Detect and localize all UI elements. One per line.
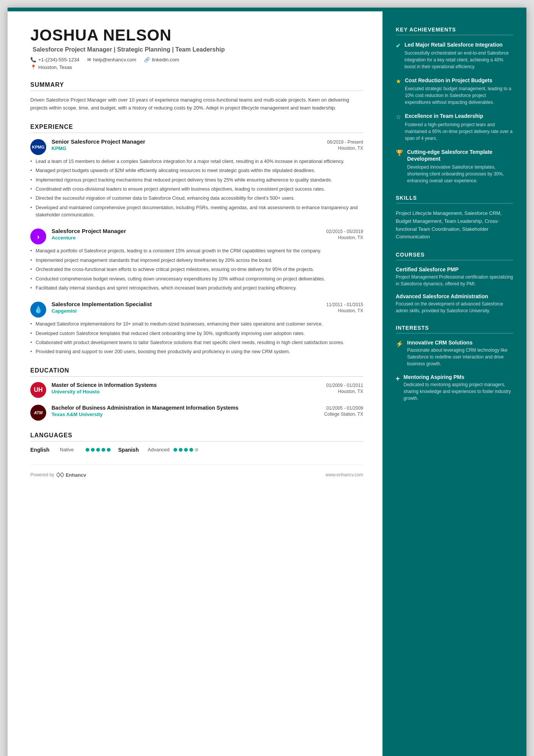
company-capgemini: Capgemini [52, 308, 77, 314]
course-desc-2: Focused on the development of advanced S… [396, 301, 513, 314]
bullets-accenture: Managed a portfolio of Salesforce projec… [30, 247, 363, 292]
tamu-logo: ATM [30, 405, 46, 421]
achievement-desc-3: Fostered a high-performing project team … [405, 121, 513, 142]
enhancv-logo: Enhancv [56, 472, 86, 478]
dot-en-1 [86, 448, 89, 452]
exp-title-row-kpmg: Senior Salesforce Project Manager 06/201… [52, 138, 363, 145]
course-title-1: Certified Salesforce PMP [396, 266, 513, 272]
edu-meta-tamu: Bachelor of Business Administration in M… [52, 405, 363, 417]
achievement-content-3: Excellence in Team Leadership Fostered a… [405, 113, 513, 141]
bullet-kpmg-6: Developed and maintained comprehensive p… [30, 204, 363, 219]
edu-location-uh: Houston, TX [338, 389, 363, 394]
company-kpmg: KPMG [52, 146, 66, 151]
achievement-title-2: Cost Reduction in Project Budgets [405, 77, 513, 84]
title-text: Salesforce Project Manager | Strategic P… [33, 46, 225, 53]
edu-title-row-uh: Master of Science in Information Systems… [52, 382, 363, 388]
exp-meta-kpmg: Senior Salesforce Project Manager 06/201… [52, 138, 363, 151]
linkedin-item[interactable]: 🔗 linkedin.com [144, 57, 179, 63]
lang-name-spanish: Spanish [118, 447, 145, 453]
location-accenture: Houston, TX [338, 235, 363, 241]
interest-icon-1: ⚡ [396, 340, 403, 367]
exp-item-capgemini: 💧 Salesforce Implementation Specialist 1… [30, 301, 363, 356]
summary-section: SUMMARY Driven Salesforce Project Manage… [30, 81, 363, 112]
candidate-title: Salesforce Project Manager | Strategic P… [30, 46, 363, 53]
achievement-icon-4: 🏆 [396, 149, 403, 184]
link-icon: 🔗 [144, 57, 150, 63]
degree-uh: Master of Science in Information Systems [52, 382, 323, 388]
school-tamu: Texas A&M University [52, 412, 103, 417]
course-title-2: Advanced Salesforce Administration [396, 293, 513, 299]
lang-level-english: Native [60, 447, 83, 452]
languages-section: LANGUAGES English Native [30, 432, 363, 453]
achievement-icon-1: ✔ [396, 42, 401, 70]
education-title: EDUCATION [30, 367, 363, 377]
languages-row: English Native Spanish Advanced [30, 447, 363, 453]
degree-tamu: Bachelor of Business Administration in M… [52, 405, 323, 411]
achievement-content-2: Cost Reduction in Project Budgets Execut… [405, 77, 513, 106]
languages-title: LANGUAGES [30, 432, 363, 441]
dates-capgemini: 11/2011 - 01/2015 [326, 302, 363, 307]
dot-es-4 [189, 448, 193, 452]
edu-item-uh: UH Master of Science in Information Syst… [30, 382, 363, 398]
contact-row: 📞 +1-(234)-555-1234 ✉ help@enhancv.com 🔗… [30, 57, 363, 63]
bullet-capgemini-2: Developed custom Salesforce templates th… [30, 330, 363, 337]
edu-item-tamu: ATM Bachelor of Business Administration … [30, 405, 363, 421]
email-icon: ✉ [87, 57, 91, 63]
interests-title: INTERESTS [396, 325, 513, 333]
bullet-capgemini-4: Provided training and support to over 20… [30, 348, 363, 355]
bullet-kpmg-2: Managed project budgets upwards of $2M w… [30, 167, 363, 174]
edu-dates-uh: 01/2009 - 01/2011 [326, 383, 363, 388]
lang-english: English Native [30, 447, 111, 453]
exp-item-kpmg: KPMG Senior Salesforce Project Manager 0… [30, 138, 363, 219]
dates-accenture: 02/2015 - 05/2019 [326, 229, 363, 234]
top-bar [8, 8, 526, 11]
achievement-desc-2: Executed strategic budget management, le… [405, 85, 513, 106]
bullet-accenture-4: Conducted comprehensive budget reviews, … [30, 275, 363, 283]
achievement-desc-4: Developed innovative Salesforce template… [407, 164, 513, 184]
dot-en-2 [91, 448, 95, 452]
location-icon: 📍 [30, 64, 36, 70]
email-address: help@enhancv.com [93, 57, 136, 63]
achievement-icon-2: ★ [396, 78, 401, 106]
powered-by-text: Powered by [30, 472, 54, 477]
skills-text: Project Lifecycle Management, Salesforce… [396, 210, 513, 241]
course-desc-1: Project Management Professional certific… [396, 274, 513, 287]
job-title-accenture: Salesforce Project Manager [52, 228, 126, 234]
company-accenture: Accenture [52, 235, 76, 241]
bullet-kpmg-5: Directed the successful migration of cus… [30, 195, 363, 202]
achievement-item-1: ✔ Led Major Retail Salesforce Integratio… [396, 41, 513, 70]
bullet-capgemini-3: Collaborated with product development te… [30, 339, 363, 346]
location-kpmg: Houston, TX [338, 146, 363, 151]
interest-title-2: Mentoring Aspiring PMs [404, 374, 513, 380]
achievements-section: KEY ACHIEVEMENTS ✔ Led Major Retail Sale… [396, 27, 513, 184]
location-capgemini: Houston, TX [338, 308, 363, 314]
exp-header-kpmg: KPMG Senior Salesforce Project Manager 0… [30, 138, 363, 155]
bullet-kpmg-1: Lead a team of 15 members to deliver a c… [30, 158, 363, 165]
bullets-kpmg: Lead a team of 15 members to deliver a c… [30, 158, 363, 219]
job-title-capgemini: Salesforce Implementation Specialist [52, 301, 152, 307]
bullet-capgemini-1: Managed Salesforce implementations for 1… [30, 321, 363, 328]
interest-content-1: Innovative CRM Solutions Passionate abou… [407, 340, 513, 367]
phone-number: +1-(234)-555-1234 [38, 57, 80, 63]
experience-title: EXPERIENCE [30, 124, 363, 133]
achievement-content-1: Led Major Retail Salesforce Integration … [404, 41, 513, 70]
edu-school-row-uh: University of Housto Houston, TX [52, 389, 363, 394]
exp-meta-capgemini: Salesforce Implementation Specialist 11/… [52, 301, 363, 314]
lang-dots-english [86, 448, 111, 452]
left-column: JOSHUA NELSON Salesforce Project Manager… [8, 11, 383, 756]
bullet-kpmg-4: Coordinated with cross-divisional leader… [30, 186, 363, 193]
experience-section: EXPERIENCE KPMG Senior Salesforce Projec… [30, 124, 363, 356]
accenture-logo: › [30, 229, 46, 244]
course-item-1: Certified Salesforce PMP Project Managem… [396, 266, 513, 287]
exp-header-capgemini: 💧 Salesforce Implementation Specialist 1… [30, 301, 363, 318]
phone-item: 📞 +1-(234)-555-1234 [30, 57, 80, 63]
capgemini-logo: 💧 [30, 302, 46, 318]
company-row-capgemini: Capgemini Houston, TX [52, 308, 363, 314]
bullet-accenture-3: Orchestrated the cross-functional team e… [30, 266, 363, 273]
skills-title: SKILLS [396, 195, 513, 203]
interest-content-2: Mentoring Aspiring PMs Dedicated to ment… [404, 374, 513, 402]
bullets-capgemini: Managed Salesforce implementations for 1… [30, 321, 363, 356]
dot-en-3 [96, 448, 100, 452]
lang-name-english: English [30, 447, 57, 453]
interest-desc-1: Passionate about leveraging CRM technolo… [407, 347, 513, 367]
